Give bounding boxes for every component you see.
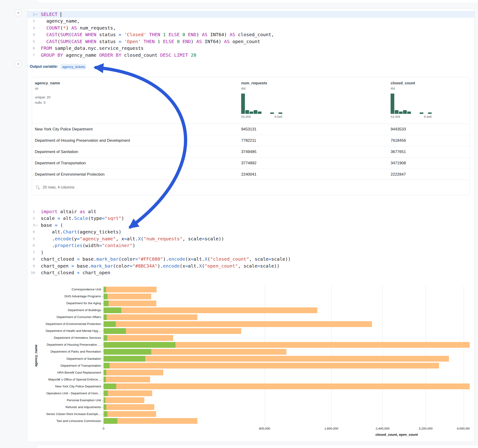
y-axis-tick (102, 324, 104, 324)
line-number: 7 (33, 53, 35, 57)
histogram-min-label: 53,304 (391, 115, 400, 118)
gridline (383, 286, 383, 424)
histogram-bar (407, 112, 411, 114)
histogram-bar (391, 93, 394, 114)
bar-closed (104, 314, 197, 320)
add-cell-button[interactable]: + (15, 61, 22, 68)
cell-value: 3774892 (241, 161, 256, 165)
bar-open (104, 418, 117, 424)
code-line[interactable]: 5 CAST(SUM(CASE WHEN status = 'Open' THE… (27, 38, 474, 45)
code-text: SELECT (41, 12, 61, 17)
column-header-agency-name: agency_name str unique: 20 nulls: 0 (35, 81, 60, 104)
code-line[interactable]: 9chart_open = base.mark_bar(color="#8BC3… (27, 262, 474, 269)
line-number: 9 (33, 264, 35, 268)
code-text: GROUP BY agency_name ORDER BY closed_cou… (41, 52, 196, 58)
code-text: CAST(SUM(CASE WHEN status = 'Open' THEN … (41, 39, 260, 44)
fold-chevron-icon[interactable] (35, 13, 38, 16)
line-number-gutter: 7 (27, 53, 40, 57)
cell-agency-name: New York City Police Department (35, 127, 93, 132)
y-axis-category-label: Department for the Aging (32, 301, 101, 305)
line-number-gutter: 4 (27, 33, 40, 36)
code-line[interactable]: 8chart_closed = base.mark_bar(color="#FF… (27, 256, 474, 263)
x-axis-tick (426, 424, 426, 426)
line-number-gutter: 1 (27, 12, 40, 16)
line-number: 10 (31, 271, 35, 274)
x-axis-tick (265, 424, 265, 426)
y-axis-tick (102, 331, 104, 331)
histogram-max-label: 9.4e6 (424, 115, 432, 118)
code-line[interactable]: 3base = ( (27, 222, 474, 229)
add-cell-button[interactable]: + (15, 9, 22, 16)
code-text: chart_open = base.mark_bar(color="#8BC34… (41, 263, 280, 269)
code-text: FROM sample_data.nyc.service_requests (41, 45, 144, 51)
histogram-min-label: 53,304 (241, 115, 251, 118)
bar-closed (104, 418, 197, 424)
bar-open (104, 390, 108, 396)
y-axis-category-label: Department of Sanitation (32, 357, 101, 361)
gridline (104, 286, 104, 424)
cell-agency-name: Department of Environmental Protection (35, 172, 104, 177)
line-number-gutter: 6 (27, 46, 40, 50)
bar-open (104, 287, 106, 292)
bar-open (104, 356, 145, 361)
column-histogram: 53,304 9.5e6 (241, 93, 282, 118)
line-number-gutter: 2 (27, 216, 40, 220)
x-axis-tick (331, 424, 332, 426)
cell-value: 3677651 (391, 149, 406, 154)
search-icon[interactable] (36, 185, 40, 189)
table-body: New York City Police Department945313194… (32, 124, 470, 180)
code-text: agency_name, (41, 18, 80, 24)
y-axis-category-label: Department of Buildings (32, 308, 101, 312)
line-number-gutter: 2 (27, 19, 40, 23)
code-line[interactable]: 2scale = alt.Scale(type="sqrt") (27, 215, 474, 222)
bar-open (104, 342, 176, 348)
cell-agency-name: Department of Sanitation (35, 149, 78, 154)
line-number: 1 (33, 210, 35, 213)
histogram-bar (395, 110, 398, 114)
code-line[interactable]: 1import altair as alt (27, 208, 474, 215)
bar-chart: agency_name closed_count, open_count 080… (32, 283, 470, 440)
fold-chevron-icon[interactable] (35, 224, 38, 227)
output-variable-badge[interactable]: agency_tickets (60, 64, 86, 70)
line-number-gutter: 5 (27, 237, 40, 241)
line-number-gutter: 5 (27, 40, 40, 43)
table-row-count: 20 rows, 4 columns (43, 185, 75, 189)
sql-editor[interactable]: 1SELECT 2 agency_name,3 COUNT(*) AS num_… (27, 11, 474, 59)
previous-cell-edge (37, 0, 478, 3)
code-line[interactable]: 1SELECT (27, 11, 474, 18)
code-line[interactable]: 10chart_closed + chart_open (27, 269, 474, 276)
line-number: 4 (33, 33, 35, 36)
code-line[interactable]: 4 CAST(SUM(CASE WHEN status = 'Closed' T… (27, 31, 474, 38)
y-axis-category-label: Department of Transportation (32, 364, 101, 367)
bar-closed (104, 363, 439, 368)
table-row: Department of Environmental Protection22… (32, 169, 470, 180)
code-line[interactable]: 7) (27, 249, 474, 256)
bar-open (104, 321, 116, 327)
line-number-gutter: 3 (27, 223, 40, 227)
code-line[interactable]: 3 COUNT(*) AS num_requests, (27, 25, 474, 31)
code-line[interactable]: 2 agency_name, (27, 18, 474, 25)
line-number-gutter: 3 (27, 26, 40, 30)
bar-open (104, 363, 110, 368)
histogram-bar (270, 112, 274, 114)
bar-closed (104, 404, 154, 410)
cell-value: 3749485 (241, 149, 256, 154)
y-axis-category-label: Refunds and Adjustments (32, 405, 101, 409)
code-line[interactable]: 6FROM sample_data.nyc.service_requests (27, 45, 474, 52)
code-text: ) (41, 249, 44, 255)
code-line[interactable]: 5 .encode(y="agency_name", x=alt.X("num_… (27, 235, 474, 242)
code-line[interactable]: 7GROUP BY agency_name ORDER BY closed_co… (27, 52, 474, 59)
code-line[interactable]: 4 alt.Chart(agency_tickets) (27, 229, 474, 236)
table-row: Department of Housing Preservation and D… (32, 135, 470, 146)
bar-closed (104, 321, 372, 327)
x-axis-tick-label: 2,400,000 (376, 427, 390, 430)
gridline (331, 286, 332, 424)
y-axis-tick (102, 359, 104, 359)
python-editor[interactable]: 1import altair as alt2scale = alt.Scale(… (27, 208, 474, 276)
next-cell-edge (37, 445, 478, 448)
line-number-gutter: 7 (27, 250, 40, 254)
code-line[interactable]: 6 .properties(width="container") (27, 242, 474, 249)
y-axis-category-label: Department of Housing Preservation … (32, 343, 101, 347)
column-stat: nulls: 0 (35, 101, 60, 104)
line-number: 5 (33, 40, 35, 43)
